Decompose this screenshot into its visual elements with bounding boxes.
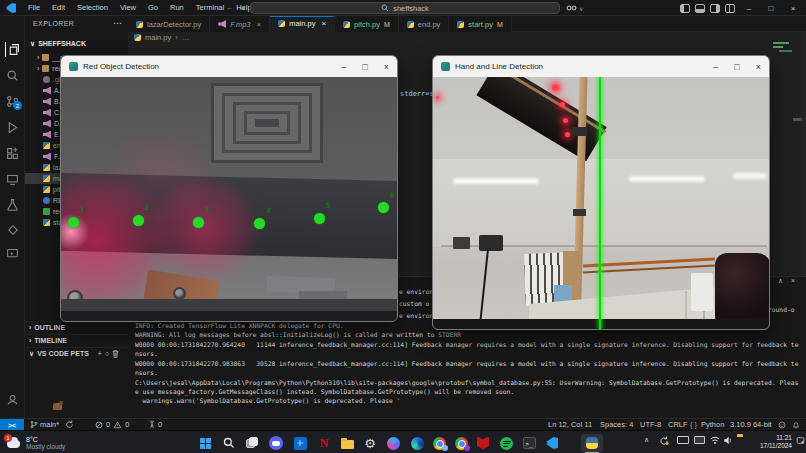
menu-go[interactable]: Go: [142, 0, 164, 16]
pets-diamond-icon[interactable]: [5, 222, 20, 237]
edge-icon[interactable]: [408, 434, 426, 452]
vscode-app-icon[interactable]: [543, 434, 561, 452]
indentation[interactable]: Spaces: 4: [600, 420, 633, 429]
volume-icon[interactable]: [723, 436, 733, 447]
eol-sequence[interactable]: CRLF: [668, 420, 688, 429]
panel-maximize-icon[interactable]: ∧: [778, 277, 783, 285]
command-search-box[interactable]: sheffshack: [250, 2, 560, 14]
weather-widget[interactable]: 1 8°C Mostly cloudy: [2, 431, 69, 453]
display-icon[interactable]: [694, 436, 705, 446]
language-mode[interactable]: Python: [701, 420, 724, 429]
red-window-titlebar[interactable]: Red Object Detection – □ ×: [61, 56, 397, 77]
vscode-pet[interactable]: [53, 403, 62, 410]
hand-close-button[interactable]: ×: [756, 62, 761, 72]
sync-icon[interactable]: [65, 420, 74, 429]
testing-beaker-icon[interactable]: [5, 197, 20, 212]
explorer-icon[interactable]: [5, 42, 20, 57]
menu-selection[interactable]: Selection: [71, 0, 114, 16]
spotify-icon[interactable]: [497, 434, 515, 452]
tab-lazardetector[interactable]: lazarDetector.py: [128, 16, 210, 32]
tab-start[interactable]: start.py M: [449, 16, 511, 32]
git-branch-status[interactable]: main*: [30, 420, 74, 429]
terminal-app-icon[interactable]: >_: [520, 434, 538, 452]
tray-expand-icon[interactable]: ∧: [644, 436, 649, 444]
ports-status[interactable]: 0: [148, 420, 162, 429]
menu-view[interactable]: View: [114, 0, 142, 16]
breadcrumb-more[interactable]: …: [182, 33, 190, 42]
hand-maximize-button[interactable]: □: [734, 62, 739, 72]
tab-main[interactable]: main.py ×: [270, 16, 335, 32]
breadcrumb-file[interactable]: main.py: [145, 33, 171, 42]
pets-roll-icon[interactable]: ○: [105, 350, 109, 357]
red-minimize-button[interactable]: –: [341, 62, 346, 72]
start-button[interactable]: [196, 434, 214, 452]
extensions-icon[interactable]: [5, 146, 20, 161]
taskbar-search-button[interactable]: [220, 434, 238, 452]
notifications-bell-icon[interactable]: [792, 421, 800, 429]
red-maximize-button[interactable]: □: [362, 62, 367, 72]
account-icon[interactable]: [5, 392, 20, 407]
window-close-button[interactable]: ×: [782, 0, 804, 16]
notification-center-icon[interactable]: [796, 436, 805, 447]
mcafee-icon[interactable]: [474, 434, 492, 452]
explorer-more-icon[interactable]: ⋯: [113, 18, 122, 28]
window-minimize-button[interactable]: –: [738, 0, 760, 16]
window-maximize-button[interactable]: □: [760, 0, 782, 16]
breadcrumb[interactable]: main.py › …: [134, 33, 189, 42]
hand-window-titlebar[interactable]: Hand and Line Detection – □ ×: [433, 56, 769, 77]
python-interpreter[interactable]: 3.10.9 64-bit: [730, 420, 772, 429]
microsoft-store-icon[interactable]: [291, 434, 309, 452]
section-timeline[interactable]: ›TIMELINE: [25, 334, 128, 346]
customize-layout-icon[interactable]: [725, 4, 735, 13]
menu-edit[interactable]: Edit: [46, 0, 71, 16]
editor-scrollbar[interactable]: [801, 32, 806, 276]
feedback-smiley-icon[interactable]: [778, 421, 786, 429]
copilot-icon[interactable]: ∨: [566, 4, 583, 12]
panel-close-icon[interactable]: ×: [791, 277, 795, 284]
menu-file[interactable]: File: [22, 0, 46, 16]
pets-add-icon[interactable]: +: [98, 350, 102, 357]
discord-icon[interactable]: [267, 434, 285, 452]
nav-forward-icon[interactable]: →: [238, 3, 246, 12]
run-debug-icon[interactable]: [5, 120, 20, 135]
tab-close-icon[interactable]: ×: [257, 20, 262, 29]
toggle-sidebar-icon[interactable]: [680, 4, 690, 13]
tab-close-icon[interactable]: ×: [321, 19, 326, 28]
tray-update-icon[interactable]: [659, 436, 669, 448]
red-close-button[interactable]: ×: [384, 62, 389, 72]
settings-gear-icon[interactable]: ⚙: [361, 434, 379, 452]
explorer-root[interactable]: ∨ SHEFFSHACK: [25, 38, 128, 49]
red-object-detection-window[interactable]: Red Object Detection – □ ×: [60, 55, 398, 322]
wifi-icon[interactable]: [710, 436, 720, 447]
menu-terminal[interactable]: Terminal: [190, 0, 230, 16]
chrome-profile2-icon[interactable]: [452, 434, 470, 452]
cursor-position[interactable]: Ln 12, Col 11: [548, 420, 592, 429]
section-vscode-pets[interactable]: ∨ VS CODE PETS + ○: [25, 347, 128, 359]
section-outline[interactable]: ›OUTLINE: [25, 321, 128, 333]
tab-end[interactable]: end.py: [399, 16, 450, 32]
search-sidebar-icon[interactable]: [5, 68, 20, 83]
toggle-panel-icon[interactable]: [695, 4, 705, 13]
minimap-slider[interactable]: [793, 118, 802, 121]
file-explorer-icon[interactable]: [338, 434, 356, 452]
hand-line-detection-window[interactable]: Hand and Line Detection – □ ×: [432, 55, 770, 330]
netflix-icon[interactable]: N: [315, 434, 333, 452]
toggle-secondary-sidebar-icon[interactable]: [710, 4, 720, 13]
hand-minimize-button[interactable]: –: [713, 62, 718, 72]
tab-pitch[interactable]: pitch.py M: [335, 16, 399, 32]
live-preview-icon[interactable]: [5, 246, 20, 261]
source-control-icon[interactable]: 2: [5, 94, 20, 109]
nav-back-icon[interactable]: ←: [226, 3, 234, 12]
copilot-icon[interactable]: [384, 434, 402, 452]
remote-explorer-icon[interactable]: [5, 172, 20, 187]
task-view-button[interactable]: [243, 434, 261, 452]
problems-status[interactable]: 0 0: [95, 420, 129, 429]
chrome-icon[interactable]: [430, 434, 448, 452]
encoding[interactable]: UTF-8: [640, 420, 661, 429]
pets-delete-icon[interactable]: [112, 350, 119, 358]
menu-run[interactable]: Run: [164, 0, 190, 16]
tab-fmp3[interactable]: F.mp3 ×: [210, 16, 270, 32]
python-app-active[interactable]: [581, 434, 603, 452]
touch-keyboard-icon[interactable]: [677, 436, 689, 446]
clock[interactable]: 11:21 17/11/2024: [756, 434, 792, 450]
